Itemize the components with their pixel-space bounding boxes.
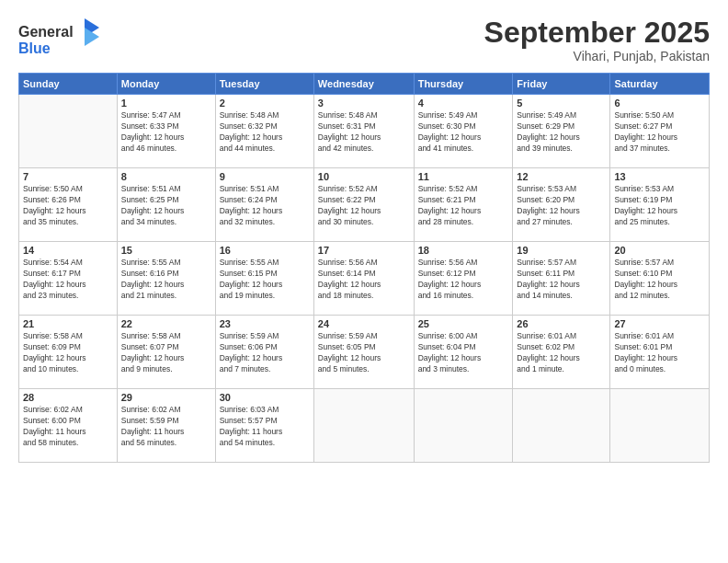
calendar-week-2: 14Sunrise: 5:54 AMSunset: 6:17 PMDayligh… [19,242,710,316]
day-number: 14 [23,245,113,256]
table-row: 14Sunrise: 5:54 AMSunset: 6:17 PMDayligh… [19,242,118,316]
day-number: 19 [517,245,606,256]
table-row [313,389,414,463]
table-row: 15Sunrise: 5:55 AMSunset: 6:16 PMDayligh… [117,242,215,316]
day-number: 30 [220,392,310,403]
day-number: 23 [220,318,310,329]
table-row: 28Sunrise: 6:02 AMSunset: 6:00 PMDayligh… [19,389,118,463]
svg-text:General: General [18,24,74,40]
table-row: 18Sunrise: 5:56 AMSunset: 6:12 PMDayligh… [414,242,513,316]
day-number: 15 [121,245,211,256]
day-info: Sunrise: 5:58 AMSunset: 6:09 PMDaylight:… [23,331,113,375]
table-row: 23Sunrise: 5:59 AMSunset: 6:06 PMDayligh… [215,316,313,389]
table-row: 11Sunrise: 5:52 AMSunset: 6:21 PMDayligh… [414,168,513,242]
day-info: Sunrise: 5:58 AMSunset: 6:07 PMDaylight:… [121,331,211,375]
table-row: 6Sunrise: 5:50 AMSunset: 6:27 PMDaylight… [610,95,710,168]
table-row [19,95,118,168]
day-number: 29 [121,392,211,403]
table-row: 19Sunrise: 5:57 AMSunset: 6:11 PMDayligh… [513,242,610,316]
calendar-week-1: 7Sunrise: 5:50 AMSunset: 6:26 PMDaylight… [19,168,710,242]
subtitle: Vihari, Punjab, Pakistan [484,49,710,63]
day-number: 20 [614,245,705,256]
table-row: 29Sunrise: 6:02 AMSunset: 5:59 PMDayligh… [117,389,215,463]
header: General Blue September 2025 Vihari, Punj… [18,17,710,63]
day-info: Sunrise: 5:48 AMSunset: 6:32 PMDaylight:… [220,110,310,155]
day-info: Sunrise: 6:00 AMSunset: 6:04 PMDaylight:… [418,331,509,375]
table-row: 21Sunrise: 5:58 AMSunset: 6:09 PMDayligh… [19,316,118,389]
table-row [610,389,710,463]
day-info: Sunrise: 5:50 AMSunset: 6:26 PMDaylight:… [23,184,113,228]
day-number: 17 [318,245,410,256]
day-info: Sunrise: 5:56 AMSunset: 6:14 PMDaylight:… [318,258,410,302]
table-row: 20Sunrise: 5:57 AMSunset: 6:10 PMDayligh… [610,242,710,316]
month-title: September 2025 [484,17,710,49]
day-info: Sunrise: 5:57 AMSunset: 6:10 PMDaylight:… [614,258,705,302]
day-number: 11 [418,171,509,182]
svg-text:Blue: Blue [18,40,51,56]
col-monday: Monday [117,74,215,95]
col-thursday: Thursday [414,74,513,95]
table-row: 7Sunrise: 5:50 AMSunset: 6:26 PMDaylight… [19,168,118,242]
day-info: Sunrise: 5:51 AMSunset: 6:24 PMDaylight:… [220,184,310,228]
table-row: 8Sunrise: 5:51 AMSunset: 6:25 PMDaylight… [117,168,215,242]
day-info: Sunrise: 5:55 AMSunset: 6:15 PMDaylight:… [220,258,310,302]
col-saturday: Saturday [610,74,710,95]
table-row: 24Sunrise: 5:59 AMSunset: 6:05 PMDayligh… [313,316,414,389]
day-info: Sunrise: 6:01 AMSunset: 6:02 PMDaylight:… [517,331,606,375]
logo-svg: General Blue [18,17,101,58]
day-number: 13 [614,171,705,182]
day-number: 16 [220,245,310,256]
day-number: 8 [121,171,211,182]
table-row: 9Sunrise: 5:51 AMSunset: 6:24 PMDaylight… [215,168,313,242]
day-number: 1 [121,98,211,109]
logo: General Blue [18,17,101,62]
day-info: Sunrise: 5:50 AMSunset: 6:27 PMDaylight:… [614,110,705,155]
day-info: Sunrise: 5:53 AMSunset: 6:19 PMDaylight:… [614,184,705,228]
header-row: Sunday Monday Tuesday Wednesday Thursday… [19,74,710,95]
calendar-week-3: 21Sunrise: 5:58 AMSunset: 6:09 PMDayligh… [19,316,710,389]
day-number: 25 [418,318,509,329]
table-row: 16Sunrise: 5:55 AMSunset: 6:15 PMDayligh… [215,242,313,316]
day-number: 27 [614,318,705,329]
day-info: Sunrise: 5:54 AMSunset: 6:17 PMDaylight:… [23,258,113,302]
table-row [414,389,513,463]
logo-block: General Blue [18,17,101,62]
col-friday: Friday [513,74,610,95]
table-row: 2Sunrise: 5:48 AMSunset: 6:32 PMDaylight… [215,95,313,168]
day-info: Sunrise: 5:52 AMSunset: 6:21 PMDaylight:… [418,184,509,228]
calendar-week-4: 28Sunrise: 6:02 AMSunset: 6:00 PMDayligh… [19,389,710,463]
table-row [513,389,610,463]
col-wednesday: Wednesday [313,74,414,95]
day-number: 26 [517,318,606,329]
table-row: 25Sunrise: 6:00 AMSunset: 6:04 PMDayligh… [414,316,513,389]
day-info: Sunrise: 5:59 AMSunset: 6:06 PMDaylight:… [220,331,310,375]
day-number: 9 [220,171,310,182]
table-row: 30Sunrise: 6:03 AMSunset: 5:57 PMDayligh… [215,389,313,463]
day-info: Sunrise: 5:47 AMSunset: 6:33 PMDaylight:… [121,110,211,155]
day-number: 22 [121,318,211,329]
day-info: Sunrise: 5:52 AMSunset: 6:22 PMDaylight:… [318,184,410,228]
day-info: Sunrise: 5:55 AMSunset: 6:16 PMDaylight:… [121,258,211,302]
day-number: 3 [318,98,410,109]
day-number: 12 [517,171,606,182]
calendar-week-0: 1Sunrise: 5:47 AMSunset: 6:33 PMDaylight… [19,95,710,168]
day-number: 5 [517,98,606,109]
day-info: Sunrise: 5:59 AMSunset: 6:05 PMDaylight:… [318,331,410,375]
day-number: 6 [614,98,705,109]
day-number: 24 [318,318,410,329]
day-info: Sunrise: 5:56 AMSunset: 6:12 PMDaylight:… [418,258,509,302]
day-number: 18 [418,245,509,256]
day-number: 21 [23,318,113,329]
day-number: 28 [23,392,113,403]
day-info: Sunrise: 5:51 AMSunset: 6:25 PMDaylight:… [121,184,211,228]
day-number: 4 [418,98,509,109]
day-info: Sunrise: 5:49 AMSunset: 6:30 PMDaylight:… [418,110,509,155]
table-row: 17Sunrise: 5:56 AMSunset: 6:14 PMDayligh… [313,242,414,316]
day-info: Sunrise: 6:01 AMSunset: 6:01 PMDaylight:… [614,331,705,375]
calendar-table: Sunday Monday Tuesday Wednesday Thursday… [18,73,710,463]
day-info: Sunrise: 6:03 AMSunset: 5:57 PMDaylight:… [220,405,310,449]
col-tuesday: Tuesday [215,74,313,95]
table-row: 3Sunrise: 5:48 AMSunset: 6:31 PMDaylight… [313,95,414,168]
page: General Blue September 2025 Vihari, Punj… [0,0,728,563]
table-row: 13Sunrise: 5:53 AMSunset: 6:19 PMDayligh… [610,168,710,242]
